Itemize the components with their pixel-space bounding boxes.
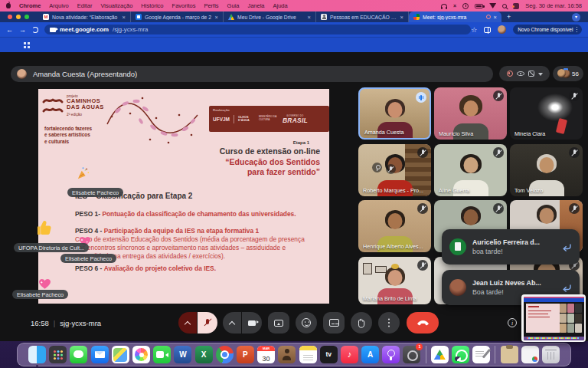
new-tab-button[interactable]: + [507,13,511,21]
mic-options-chevron[interactable] [178,312,197,334]
contacts-icon[interactable] [278,346,296,363]
captions-icon [329,319,339,327]
smiley-icon [302,318,311,327]
apple-tv-icon[interactable]: tv [320,346,338,363]
video-tile-amanda-cuesta[interactable]: Amanda Cuesta [358,87,431,140]
video-tile-mineia-clara[interactable]: Mineia Clara [510,87,583,140]
tab-drive[interactable]: Meu Drive - Google Drive × [224,12,316,22]
camera-options-chevron[interactable] [223,312,241,334]
visibility-icon[interactable] [517,71,524,76]
info-icon[interactable]: i [508,318,517,327]
battery-icon[interactable] [475,4,483,8]
menu-perfis[interactable]: Perfis [204,2,218,9]
close-window-button[interactable] [8,15,12,19]
control-center-icon[interactable] [513,3,519,9]
side-panel-icon[interactable] [484,27,491,33]
google-drive-dock-icon[interactable] [431,346,449,363]
clock-status-icon[interactable] [462,3,469,9]
menu-editar[interactable]: Editar [77,2,93,9]
video-tile-mariana-brito[interactable]: Mariana Brito de Lima [358,257,431,304]
video-tile-mauricio-silva[interactable]: Maurício Silva [434,87,507,140]
chat-sender-avatar [449,279,466,296]
zoom-window-button[interactable] [24,15,29,19]
maps-icon[interactable] [112,346,129,363]
screen-share-preview[interactable] [521,294,586,342]
layout-icon[interactable] [528,71,534,77]
browser-menu-icon[interactable] [577,27,578,28]
photos-icon[interactable] [132,346,150,363]
menu-chrome[interactable]: Chrome [19,2,41,9]
present-screen-button[interactable] [268,312,289,334]
forward-button[interactable]: → [19,26,26,34]
menu-guia[interactable]: Guia [227,2,240,9]
settings-icon[interactable]: 1 [403,346,420,363]
menu-janela[interactable]: Janela [247,2,264,9]
more-options-button[interactable] [378,312,400,334]
mic-muted-button[interactable] [198,312,217,334]
reply-icon[interactable] [562,284,572,292]
app-store-icon[interactable]: A [361,346,379,363]
video-tile-aline-guerra[interactable]: Aline Guerra [434,144,507,196]
minimize-window-button[interactable] [16,15,21,19]
whatsapp-icon[interactable] [452,346,469,363]
menu-visualizacao[interactable]: Visualização [100,2,132,9]
captions-button[interactable] [323,312,345,334]
profile-avatar[interactable] [498,25,506,34]
podcasts-icon[interactable] [382,346,400,363]
close-tab-icon[interactable]: × [215,14,218,21]
reply-icon[interactable] [562,243,572,251]
minimized-window-icon[interactable] [521,346,539,363]
menu-ajuda[interactable]: Ajuda [273,2,288,9]
apple-icon[interactable] [6,3,11,8]
headphones-icon[interactable] [441,4,447,8]
mail-icon[interactable] [91,346,109,363]
tab-calendar[interactable]: Google Agenda - março de 2 × [131,12,224,22]
launchpad-icon[interactable] [49,346,67,363]
tab-meet-active[interactable]: Meet: sjg-ycxs-mra × [409,12,501,22]
textedit-icon[interactable] [472,346,490,363]
end-call-button[interactable] [407,312,439,334]
wifi-icon[interactable] [489,3,496,8]
chat-notification[interactable]: Auricelio Ferreira d... boa tarde! [442,229,580,264]
calendar-icon[interactable]: MAR30 [257,346,275,363]
notes-icon[interactable] [299,346,317,363]
tab-search-button[interactable]: ▾ [572,13,580,21]
apps-grid-icon[interactable] [24,42,26,44]
menu-arquivo[interactable]: Arquivo [49,2,68,9]
menu-bar-clock[interactable]: Seg. 30 de mar. 16:58 [525,2,582,9]
url-field[interactable]: meet.google.com/sjg-ycxs-mra [44,25,471,34]
participants-pill[interactable]: 56 [553,66,583,81]
excel-icon[interactable]: X [195,346,213,363]
pin-icon[interactable] [372,163,382,172]
chrome-icon[interactable] [216,346,234,363]
menu-historico[interactable]: Histórico [141,2,163,9]
messages-icon[interactable] [70,346,87,363]
trash-icon[interactable] [542,346,560,363]
video-tile-henrique-alberto[interactable]: Henrique Alberto Alves... [358,200,431,252]
close-tab-icon[interactable]: × [122,14,126,21]
video-tile-roberto-marques[interactable]: Roberto Marques - Pro... [358,144,431,196]
menu-favoritos[interactable]: Favoritos [172,2,196,9]
new-chrome-available-button[interactable]: Novo Chrome disponível [513,25,582,34]
tab-people[interactable]: Pessoas em EDUCAÇÃO DOS × [316,12,409,22]
back-button[interactable]: ← [6,26,13,34]
close-tab-icon[interactable]: × [308,14,311,21]
powerpoint-icon[interactable]: P [237,346,254,363]
x-status-icon[interactable]: × [453,3,456,8]
finder-icon[interactable] [28,346,46,363]
bookmark-star-icon[interactable]: ☆ [471,26,477,34]
word-icon[interactable]: W [174,346,191,363]
reactions-button[interactable] [296,312,317,334]
music-icon[interactable]: ♪ [341,346,358,363]
video-tile-tom-velozo[interactable]: Tom Velozo [510,144,583,196]
raise-hand-button[interactable] [351,312,372,334]
tab-gmail[interactable]: M Nova atividade: “Elaboração × [38,12,131,22]
chevron-down-icon[interactable] [538,73,543,78]
reload-icon[interactable] [32,27,38,33]
facetime-icon[interactable] [153,346,171,363]
close-tab-icon[interactable]: × [400,14,403,21]
downloads-stack-icon[interactable] [501,346,518,363]
spotlight-search-icon[interactable] [502,4,507,8]
camera-button[interactable] [242,312,262,334]
close-tab-icon[interactable]: × [494,14,497,21]
